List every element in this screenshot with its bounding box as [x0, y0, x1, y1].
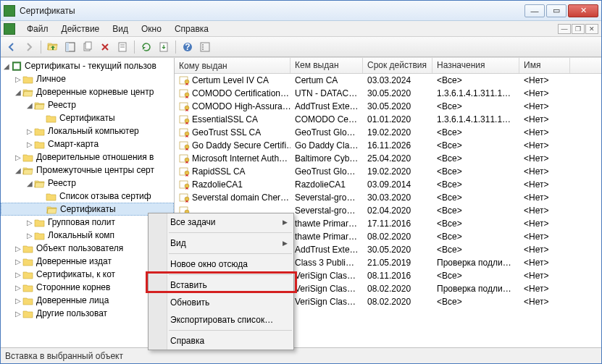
forward-button[interactable]	[21, 39, 37, 55]
cm-help[interactable]: Справка	[149, 332, 293, 350]
mmc-icon	[4, 23, 15, 35]
refresh-button[interactable]	[138, 39, 154, 55]
table-row[interactable]: GeoTrust SSL CAGeoTrust Globa…19.02.2020…	[175, 126, 601, 139]
cm-new-window[interactable]: Новое окно отсюда	[149, 255, 293, 273]
menu-view[interactable]: Вид	[106, 22, 134, 35]
table-row[interactable]: Severstal domain Cher…Severstal-grou…30.…	[175, 191, 601, 204]
table-row[interactable]: Certum Level IV CACertum CA03.03.2024<Вс…	[175, 74, 601, 87]
delete-button[interactable]	[97, 39, 113, 55]
expand-icon[interactable]: ▷	[14, 245, 22, 253]
cell-issued-to: Go Daddy Secure Certifi…	[192, 140, 290, 151]
close-button[interactable]: ✕	[568, 4, 598, 17]
folder-icon	[34, 218, 46, 227]
col-name[interactable]: Имя	[519, 58, 570, 73]
table-row[interactable]: COMODO High-Assura…AddTrust Exter…30.05.…	[175, 100, 601, 113]
tree-root[interactable]: ◢ Сертификаты - текущий пользов	[1, 59, 174, 72]
cm-export-list[interactable]: Экспортировать список…	[149, 311, 293, 329]
properties-button[interactable]	[114, 39, 130, 55]
expand-icon[interactable]: ▷	[25, 127, 34, 135]
cut-button[interactable]	[80, 39, 96, 55]
tree-smart-card[interactable]: ▷ Смарт-карта	[1, 137, 174, 151]
menu-action[interactable]: Действие	[56, 22, 106, 35]
cell-purpose: 1.3.6.1.4.1.311.10.3…	[432, 114, 519, 124]
mdi-close-button[interactable]: ✕	[585, 24, 598, 34]
tree-crl[interactable]: Список отзыва сертиф	[1, 190, 174, 203]
folder-icon	[22, 153, 34, 162]
expand-icon[interactable]: ▷	[25, 232, 34, 240]
cell-issued-by: Severstal-grou…	[290, 206, 363, 216]
expand-icon[interactable]: ▷	[25, 140, 34, 148]
col-expiry[interactable]: Срок действия	[363, 58, 432, 73]
cm-paste[interactable]: Вставить	[149, 276, 293, 294]
back-button[interactable]	[4, 39, 20, 55]
tree-trusted-root[interactable]: ◢ Доверенные корневые центр	[1, 85, 174, 98]
col-purpose[interactable]: Назначения	[432, 58, 519, 73]
certificate-icon	[179, 127, 191, 137]
cell-purpose: <Все>	[432, 245, 519, 255]
collapse-icon[interactable]: ◢	[25, 101, 34, 109]
menu-window[interactable]: Окно	[135, 22, 167, 35]
folder-icon	[22, 244, 34, 253]
cell-issued-by: Class 3 Public P…	[290, 258, 363, 268]
list-header: Кому выдан Кем выдан Срок действия Назна…	[175, 58, 601, 74]
table-row[interactable]: Go Daddy Secure Certifi…Go Daddy Class…1…	[175, 139, 601, 152]
collapse-icon[interactable]: ◢	[25, 179, 34, 187]
table-row[interactable]: RazdolieCA1RazdolieCA103.09.2014<Все><Не…	[175, 178, 601, 191]
menu-file[interactable]: Файл	[21, 22, 54, 35]
cell-issued-by: GeoTrust Globa…	[290, 127, 363, 137]
mdi-restore-button[interactable]: ❐	[572, 24, 585, 34]
cell-name: <Нет>	[519, 101, 570, 111]
minimize-button[interactable]: —	[524, 4, 545, 17]
expand-icon[interactable]: ▷	[14, 153, 22, 161]
cell-issued-by: GeoTrust Globa…	[290, 166, 363, 177]
cm-view[interactable]: Вид	[149, 234, 293, 252]
cell-purpose: Проверка подлин…	[432, 284, 519, 294]
expand-icon[interactable]: ▷	[14, 271, 22, 279]
expand-icon[interactable]: ▷	[14, 258, 22, 266]
tree-trusted-rel[interactable]: ▷ Доверительные отношения в	[1, 151, 174, 164]
show-hide-tree-button[interactable]	[62, 39, 78, 55]
collapse-icon[interactable]: ◢	[2, 62, 11, 70]
menu-help[interactable]: Справка	[169, 22, 214, 35]
cell-issued-by: COMODO Certi…	[290, 114, 363, 124]
cell-expiry: 08.11.2016	[363, 271, 432, 281]
cell-name: <Нет>	[519, 192, 570, 203]
cell-name: <Нет>	[519, 284, 570, 294]
mdi-minimize-button[interactable]: —	[558, 24, 571, 34]
tree-personal[interactable]: ▷ Личное	[1, 72, 174, 85]
export-button[interactable]	[156, 39, 172, 55]
table-row[interactable]: EssentialSSL CACOMODO Certi…01.01.20201.…	[175, 113, 601, 126]
expand-icon[interactable]: ▷	[14, 284, 22, 292]
table-row[interactable]: COMODO Certification…UTN - DATACo…30.05.…	[175, 87, 601, 100]
cell-purpose: <Все>	[432, 101, 519, 111]
table-row[interactable]: RapidSSL CAGeoTrust Globa…19.02.2020<Все…	[175, 165, 601, 178]
options-button[interactable]	[197, 39, 213, 55]
col-issued-to[interactable]: Кому выдан	[175, 58, 290, 73]
cm-refresh[interactable]: Обновить	[149, 294, 293, 311]
cell-purpose: <Все>	[432, 166, 519, 177]
collapse-icon[interactable]: ◢	[14, 88, 22, 96]
expand-icon[interactable]: ▷	[25, 219, 34, 227]
tree-local-computer[interactable]: ▷ Локальный компьютер	[1, 124, 174, 137]
collapse-icon[interactable]: ◢	[14, 166, 22, 174]
table-row[interactable]: Microsoft Internet Auth…Baltimore Cybe…2…	[175, 152, 601, 165]
tree-certs-1[interactable]: Сертификаты	[1, 111, 174, 124]
col-issued-by[interactable]: Кем выдан	[290, 58, 363, 73]
cell-issued-by: UTN - DATACo…	[290, 88, 363, 98]
cell-expiry: 30.05.2020	[363, 245, 432, 255]
expand-icon[interactable]: ▷	[14, 297, 22, 305]
maximize-button[interactable]: ▭	[546, 4, 567, 17]
cm-all-tasks[interactable]: Все задачи	[149, 213, 293, 231]
tree-registry-2[interactable]: ◢ Реестр	[1, 177, 174, 190]
folder-icon	[22, 270, 34, 279]
tree-registry-1[interactable]: ◢ Реестр	[1, 98, 174, 111]
expand-icon[interactable]: ▷	[14, 75, 22, 83]
up-button[interactable]	[45, 39, 61, 55]
cell-purpose: <Все>	[432, 140, 519, 151]
cell-expiry: 08.02.2020	[363, 297, 432, 307]
expand-icon[interactable]: ▷	[14, 310, 22, 318]
tree-intermediate[interactable]: ◢ Промежуточные центры серт	[1, 164, 174, 177]
certificate-icon	[179, 114, 191, 124]
help-button[interactable]: ?	[180, 39, 196, 55]
cell-purpose: <Все>	[432, 153, 519, 164]
